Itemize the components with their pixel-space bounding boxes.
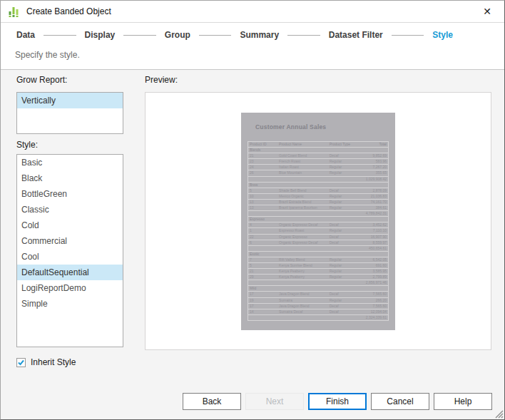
window-title: Create Banded Object bbox=[26, 6, 111, 16]
checkbox-box[interactable] bbox=[16, 358, 26, 367]
style-list: BasicBlackBottleGreenClassicColdCommerci… bbox=[16, 154, 123, 347]
preview-label: Preview: bbox=[145, 75, 178, 85]
preview-table-row: 450,654.61 bbox=[248, 246, 388, 252]
preview-table-row: Product IDProduct NameProduct TypeTotal bbox=[248, 142, 388, 148]
wizard-step-summary[interactable]: Summary bbox=[240, 30, 279, 40]
preview-table-row: 4Organic Espresso DecafDecaf3,452.62 bbox=[248, 222, 388, 228]
preview-table-row: 6Organic Espresso DecafDecaf8,559.97 bbox=[248, 240, 388, 246]
wizard-step-data[interactable]: Data bbox=[16, 30, 35, 40]
preview-table-row: 17Java Dragon BlendDecaf7,565.60 bbox=[248, 292, 388, 297]
step-connector bbox=[199, 35, 232, 36]
wizard-step-group[interactable]: Group bbox=[165, 30, 190, 40]
cancel-button[interactable]: Cancel bbox=[371, 393, 429, 410]
preview-report-title: Customer Annual Sales bbox=[255, 123, 326, 130]
preview-panel: Customer Annual Sales Product IDProduct … bbox=[145, 92, 491, 350]
step-connector bbox=[392, 35, 424, 36]
style-option-commercial[interactable]: Commercial bbox=[17, 233, 123, 249]
next-button: Next bbox=[245, 393, 304, 410]
step-connector bbox=[287, 35, 320, 36]
preview-table-row: 13Brazil Ipanema BourbonRegular384.61 bbox=[248, 205, 388, 211]
preview-table-row: 2,324,339.61 bbox=[248, 315, 388, 321]
wizard-step-style[interactable]: Style bbox=[432, 30, 453, 40]
finish-button[interactable]: Finish bbox=[308, 393, 367, 410]
resize-grip[interactable] bbox=[494, 409, 504, 419]
grow-report-option-vertically[interactable]: Vertically bbox=[17, 93, 123, 108]
style-label: Style: bbox=[16, 140, 38, 150]
preview-table-row: 5Kenya Sunrise BlendRegular691.60 bbox=[248, 263, 388, 269]
style-option-cool[interactable]: Cool bbox=[17, 249, 123, 265]
preview-table-row: 4,789,842.31 bbox=[248, 211, 388, 217]
preview-table-row: 10Mexico OrganicRegular21,036.83 bbox=[248, 194, 388, 200]
step-subtitle: Specify the style. bbox=[1, 46, 504, 69]
preview-table-row: 2,856,971.46 bbox=[248, 280, 388, 286]
preview-table-row: 1,029,908.42 bbox=[248, 177, 388, 183]
inherit-style-label: Inherit Style bbox=[31, 357, 76, 367]
preview-table-row: 23French RoastRegular583.96 bbox=[248, 159, 388, 165]
step-connector bbox=[123, 35, 156, 36]
preview-table-row: Espresso bbox=[248, 217, 388, 222]
preview-table-row: 21Gold Coast BlendDecaf9,852.69 bbox=[248, 153, 388, 159]
preview-table-row: 14Sumatra DecafDecaf12,094.04 bbox=[248, 309, 388, 315]
preview-table-row: Mild bbox=[248, 286, 388, 292]
grow-report-label: Grow Report: bbox=[16, 75, 67, 85]
preview-table-row: Brew bbox=[248, 183, 388, 188]
style-option-classic[interactable]: Classic bbox=[17, 202, 123, 217]
preview-table-row: 17Java Dragon BlendDecaf7,565.60 bbox=[248, 304, 388, 309]
style-option-bottlegreen[interactable]: BottleGreen bbox=[17, 186, 123, 202]
report-preview-thumbnail: Customer Annual Sales Product IDProduct … bbox=[241, 113, 395, 330]
style-option-basic[interactable]: Basic bbox=[17, 155, 123, 170]
preview-table-row: 5Shade Bell BlendDecaf2,878.09 bbox=[248, 188, 388, 194]
preview-table-row: Blends bbox=[248, 148, 388, 153]
style-option-simple[interactable]: Simple bbox=[17, 296, 123, 312]
preview-report-table: Product IDProduct NameProduct TypeTotalB… bbox=[248, 141, 389, 321]
style-option-logireportdemo[interactable]: LogiReportDemo bbox=[17, 280, 123, 296]
create-banded-object-dialog: Create Banded Object ✕ DataDisplayGroupS… bbox=[0, 0, 505, 420]
preview-table-row: Exotic bbox=[248, 252, 388, 257]
preview-table-row: 7Rift Valley BlendRegular6,542.05 bbox=[248, 257, 388, 263]
back-button[interactable]: Back bbox=[183, 393, 241, 410]
preview-table-row: 24Italian RoastRegular7,267.20 bbox=[248, 165, 388, 170]
preview-table-row: 1Espresso RoastRegular7,110.10 bbox=[248, 228, 388, 234]
dialog-buttons: BackNextFinishCancelHelp bbox=[183, 393, 492, 410]
app-logo-icon bbox=[8, 5, 21, 18]
style-option-cold[interactable]: Cold bbox=[17, 217, 123, 233]
title-bar: Create Banded Object ✕ bbox=[1, 1, 504, 23]
wizard-steps: DataDisplayGroupSummaryDataset FilterSty… bbox=[1, 23, 504, 46]
style-option-defaultsequential[interactable]: DefaultSequential bbox=[17, 265, 123, 280]
checkmark-icon bbox=[17, 359, 25, 367]
preview-table-row: 19SumatraRegular266.20 bbox=[248, 298, 388, 304]
preview-table-row: 21Kenya PeaberryRegular3,585.95 bbox=[248, 269, 388, 275]
close-icon[interactable]: ✕ bbox=[477, 1, 497, 21]
preview-table-row: 13Brazil Estrada BlendRegular74,161.70 bbox=[248, 200, 388, 205]
step-connector bbox=[44, 35, 76, 36]
wizard-step-dataset-filter[interactable]: Dataset Filter bbox=[329, 30, 383, 40]
preview-table-row: 26Blue MountainRegular355.65 bbox=[248, 170, 388, 176]
style-option-black[interactable]: Black bbox=[17, 170, 123, 186]
wizard-step-display[interactable]: Display bbox=[85, 30, 116, 40]
help-button[interactable]: Help bbox=[434, 393, 492, 410]
grow-report-list: Vertically bbox=[16, 92, 123, 134]
preview-table-row: 29Kenya PeaberryRegular2,799.89 bbox=[248, 275, 388, 280]
inherit-style-checkbox[interactable]: Inherit Style bbox=[16, 357, 76, 367]
wizard-header: DataDisplayGroupSummaryDataset FilterSty… bbox=[1, 23, 504, 70]
preview-table-row: 22Organic EspressoDecaf16,907.90 bbox=[248, 235, 388, 240]
